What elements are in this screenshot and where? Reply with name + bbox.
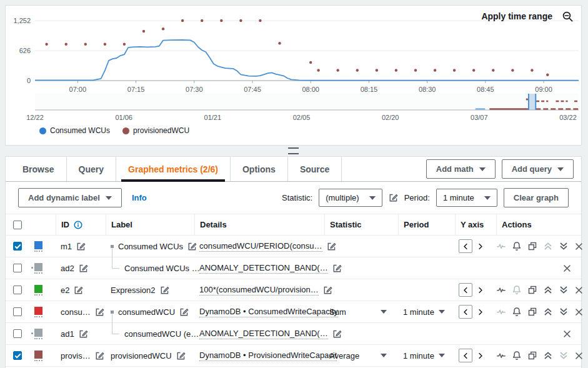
- zoom-out-icon[interactable]: [562, 11, 574, 22]
- duplicate-icon[interactable]: [527, 351, 537, 361]
- period-value: 1 minute: [403, 351, 434, 361]
- row-checkbox[interactable]: [13, 351, 22, 360]
- caret-down-icon[interactable]: [381, 354, 387, 357]
- color-swatch[interactable]: [34, 329, 42, 339]
- tab-options[interactable]: Options: [231, 157, 288, 181]
- color-swatch[interactable]: [34, 263, 42, 274]
- metric-id: e2: [61, 286, 69, 295]
- tree-elbow-icon: [112, 249, 119, 269]
- color-swatch[interactable]: [34, 351, 42, 361]
- remove-metric-icon[interactable]: [574, 242, 584, 251]
- color-swatch[interactable]: [34, 307, 42, 317]
- move-up-icon[interactable]: [543, 285, 553, 295]
- row-label-cell: provisionedWCU: [106, 345, 194, 366]
- color-swatch[interactable]: [34, 285, 42, 296]
- move-down-icon[interactable]: [559, 307, 569, 317]
- statistic-select[interactable]: Average: [324, 345, 398, 366]
- panel-splitter[interactable]: [5, 146, 582, 156]
- caret-down-icon[interactable]: [439, 354, 445, 357]
- remove-metric-icon[interactable]: [574, 351, 584, 361]
- yaxis-right-button[interactable]: [476, 308, 484, 316]
- info-link[interactable]: Info: [132, 193, 147, 202]
- row-checkbox[interactable]: [13, 329, 22, 338]
- caret-down-icon[interactable]: [381, 310, 387, 314]
- create-alarm-icon[interactable]: [512, 307, 522, 317]
- row-checkbox[interactable]: [13, 242, 22, 251]
- row-checkbox[interactable]: [13, 307, 22, 316]
- create-alarm-icon[interactable]: [512, 351, 522, 361]
- legend-item[interactable]: provisionedWCU: [122, 126, 189, 135]
- legend-label: Consumed WCUs: [50, 126, 110, 135]
- move-down-icon[interactable]: [559, 241, 569, 251]
- remove-metric-icon[interactable]: [562, 264, 572, 273]
- period-select[interactable]: 1 minute: [436, 189, 497, 207]
- yaxis-right-button[interactable]: [476, 352, 484, 360]
- row-label-cell: Consumed WCUs …: [106, 257, 194, 279]
- edit-icon[interactable]: [160, 286, 169, 295]
- color-swatch-box: [34, 329, 42, 337]
- apply-time-range-button[interactable]: Apply time range: [481, 11, 552, 21]
- color-swatch[interactable]: [34, 241, 42, 252]
- splitter-grip-icon[interactable]: [288, 147, 299, 154]
- duplicate-icon[interactable]: [527, 307, 537, 317]
- tab-browse[interactable]: Browse: [11, 157, 67, 181]
- metric-details-link[interactable]: DynamoDB • ProvisionedWriteCapacit: [199, 351, 337, 361]
- edit-icon[interactable]: [79, 264, 88, 273]
- column-header-label: Actions: [502, 220, 532, 229]
- duplicate-icon[interactable]: [527, 241, 537, 251]
- row-checkbox[interactable]: [13, 264, 22, 272]
- edit-icon[interactable]: [79, 329, 88, 339]
- tab-query[interactable]: Query: [67, 157, 116, 181]
- metric-details-link[interactable]: consumedWCU/PERIOD(consu…: [199, 241, 322, 252]
- svg-text:0: 0: [27, 77, 31, 84]
- pulse-metric-icon[interactable]: [496, 285, 506, 295]
- yaxis-right-button[interactable]: [476, 242, 484, 251]
- metric-details-link[interactable]: ANOMALY_DETECTION_BAND(…: [199, 263, 328, 274]
- period-select[interactable]: 1 minute: [398, 345, 455, 366]
- info-icon[interactable]: [74, 221, 82, 229]
- select-all-checkbox[interactable]: [13, 221, 22, 229]
- remove-metric-icon[interactable]: [574, 307, 584, 317]
- add-math-button[interactable]: Add math: [426, 159, 496, 179]
- remove-metric-icon[interactable]: [574, 286, 584, 295]
- yaxis-left-button[interactable]: [459, 239, 472, 253]
- duplicate-icon[interactable]: [527, 285, 537, 295]
- yaxis-right-button[interactable]: [476, 286, 484, 294]
- edit-icon[interactable]: [76, 242, 86, 251]
- color-swatch-box: [34, 241, 42, 249]
- metric-details-link[interactable]: 100*(consumedWCU/provision…: [199, 285, 319, 296]
- create-alarm-icon[interactable]: [512, 241, 522, 251]
- edit-statistic-icon[interactable]: [389, 193, 398, 202]
- metric-details-link[interactable]: DynamoDB • ConsumedWriteCapacity: [199, 307, 338, 317]
- metric-details-link[interactable]: ANOMALY_DETECTION_BAND(…: [199, 329, 328, 339]
- row-checkbox[interactable]: [13, 286, 22, 294]
- svg-text:626: 626: [19, 47, 31, 54]
- pulse-metric-icon[interactable]: [496, 351, 506, 361]
- move-up-icon[interactable]: [543, 307, 553, 317]
- edit-icon[interactable]: [176, 351, 186, 361]
- caret-down-icon[interactable]: [439, 310, 445, 314]
- row-details-cell: DynamoDB • ProvisionedWriteCapacit: [194, 345, 324, 366]
- move-down-icon[interactable]: [559, 285, 569, 295]
- yaxis-left-button[interactable]: [459, 349, 472, 362]
- statistic-select[interactable]: (multiple): [319, 189, 382, 207]
- edit-icon[interactable]: [179, 307, 189, 317]
- table-header-row: IDLabelDetailsStatisticPeriodY axisActio…: [6, 214, 581, 236]
- statistic-select[interactable]: Sum: [324, 301, 398, 322]
- edit-icon[interactable]: [95, 351, 104, 361]
- move-up-icon[interactable]: [543, 351, 553, 361]
- yaxis-left-button[interactable]: [459, 283, 472, 297]
- metrics-chart[interactable]: 06261,25207:0007:1507:3007:4508:0008:150…: [6, 6, 581, 124]
- add-dynamic-label-button[interactable]: Add dynamic label: [18, 188, 122, 207]
- tab-source[interactable]: Source: [288, 157, 342, 181]
- edit-icon[interactable]: [74, 286, 83, 295]
- edit-icon[interactable]: [95, 307, 104, 317]
- caret-down-icon: [484, 196, 491, 200]
- add-query-button[interactable]: Add query: [502, 159, 574, 179]
- remove-metric-icon[interactable]: [562, 329, 572, 339]
- legend-item[interactable]: Consumed WCUs: [39, 126, 110, 135]
- period-select[interactable]: 1 minute: [398, 301, 455, 322]
- tab-graphed-metrics-2-6[interactable]: Graphed metrics (2/6): [116, 157, 231, 181]
- yaxis-left-button[interactable]: [459, 305, 472, 319]
- clear-graph-button[interactable]: Clear graph: [504, 188, 569, 207]
